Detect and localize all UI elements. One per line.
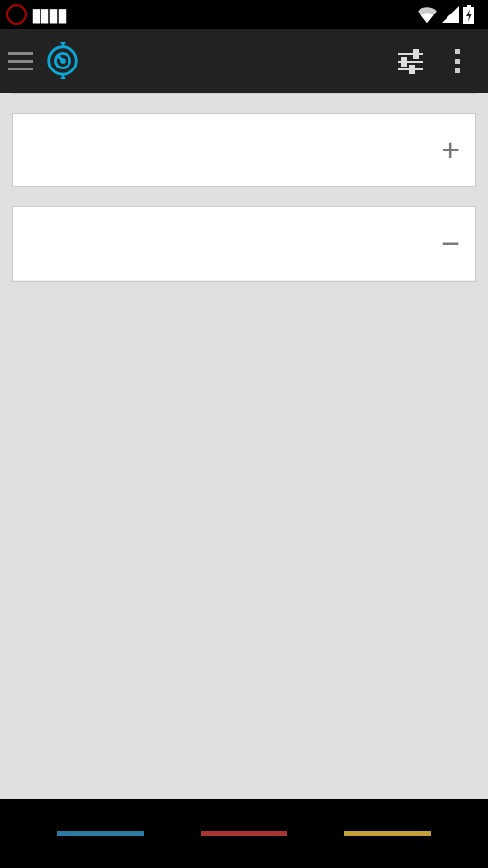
section-header-other[interactable]: − — [13, 207, 475, 281]
nav-back-button[interactable] — [57, 831, 144, 836]
nav-recent-button[interactable] — [344, 831, 431, 836]
svg-rect-8 — [402, 58, 406, 66]
collapse-icon: − — [441, 225, 460, 262]
menu-icon[interactable] — [8, 52, 33, 70]
top-card — [12, 93, 476, 94]
barcode-icon: ▮▮▮▮ — [31, 3, 66, 26]
battery-badge-icon — [6, 4, 27, 25]
settings-sliders-icon[interactable] — [388, 38, 434, 84]
other-card: − — [12, 206, 476, 282]
signal-icon — [442, 6, 459, 23]
expand-icon: + — [441, 131, 460, 169]
system-card: + — [12, 113, 476, 187]
section-header-system[interactable]: + — [13, 114, 475, 186]
status-bar: ▮▮▮▮ — [0, 0, 488, 29]
overflow-menu-icon[interactable] — [434, 38, 480, 84]
svg-rect-6 — [414, 50, 418, 58]
wifi-icon — [417, 6, 438, 23]
svg-rect-10 — [410, 66, 414, 73]
battery-icon — [463, 5, 474, 24]
content-area: + − — [0, 93, 488, 799]
app-icon[interactable] — [44, 42, 81, 79]
action-bar — [0, 29, 488, 93]
nav-bar — [0, 799, 488, 868]
svg-rect-1 — [467, 5, 471, 7]
nav-home-button[interactable] — [201, 831, 287, 836]
